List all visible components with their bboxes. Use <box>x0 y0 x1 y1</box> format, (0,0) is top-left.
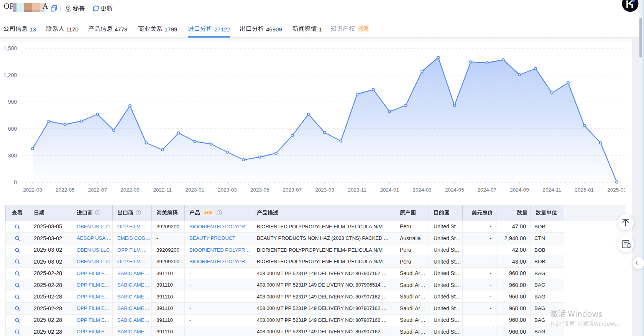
svg-text:2023-01: 2023-01 <box>186 187 205 193</box>
svg-text:900: 900 <box>8 99 17 105</box>
svg-text:2023-03: 2023-03 <box>218 187 237 193</box>
svg-text:2023-09: 2023-09 <box>315 187 334 193</box>
svg-text:300: 300 <box>8 152 17 159</box>
svg-text:600: 600 <box>8 126 17 132</box>
svg-text:2024-01: 2024-01 <box>380 187 399 193</box>
svg-text:2023-07: 2023-07 <box>283 187 302 193</box>
svg-text:1,200: 1,200 <box>3 72 17 78</box>
svg-text:0: 0 <box>14 179 17 185</box>
svg-text:2022-03: 2022-03 <box>23 187 42 193</box>
svg-text:2023-11: 2023-11 <box>348 187 366 193</box>
svg-text:2024-03: 2024-03 <box>412 187 432 193</box>
svg-text:2022-07: 2022-07 <box>88 187 107 193</box>
svg-text:2022-11: 2022-11 <box>153 187 172 193</box>
svg-text:2024-09: 2024-09 <box>510 187 529 193</box>
svg-text:1,500: 1,500 <box>3 45 17 51</box>
svg-text:2022-05: 2022-05 <box>56 187 75 193</box>
svg-text:2022-09: 2022-09 <box>120 187 140 193</box>
svg-text:2024-07: 2024-07 <box>478 187 497 193</box>
svg-text:2023-05: 2023-05 <box>250 187 269 193</box>
svg-text:2024-11: 2024-11 <box>542 187 561 193</box>
svg-text:2025-01: 2025-01 <box>575 187 594 193</box>
svg-text:2024-05: 2024-05 <box>445 187 464 193</box>
svg-text:2025-03: 2025-03 <box>607 187 625 193</box>
